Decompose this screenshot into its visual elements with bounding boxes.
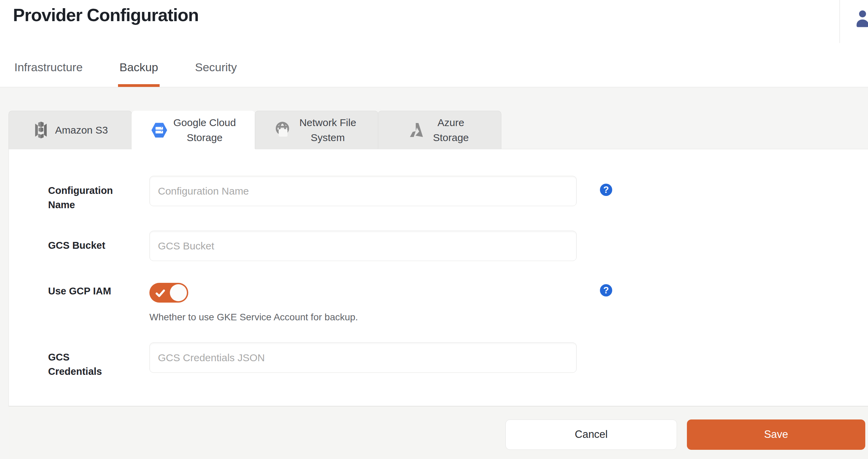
use-gcp-iam-label: Use GCP IAM (48, 280, 149, 298)
configuration-name-label: Configuration Name (48, 176, 149, 212)
provider-config-form: Configuration Name ? GCS Bucket Use GCP … (9, 149, 868, 406)
provider-tab-bar: Amazon S3 Google Cloud Storage (9, 111, 868, 149)
provider-tab-label: Amazon S3 (55, 123, 108, 138)
use-gcp-iam-toggle[interactable] (149, 283, 188, 303)
gcs-credentials-input[interactable] (149, 342, 577, 373)
form-row-configuration-name: Configuration Name ? (48, 176, 868, 212)
save-button[interactable]: Save (687, 419, 865, 450)
google-cloud-storage-icon (151, 122, 168, 139)
azure-storage-icon (408, 122, 425, 139)
tab-security[interactable]: Security (194, 61, 238, 87)
form-row-use-gcp-iam: Use GCP IAM Whether to use GKE Service A… (48, 280, 868, 323)
help-icon[interactable]: ? (600, 184, 612, 196)
form-footer: Cancel Save (9, 406, 868, 459)
page-title: Provider Configuration (13, 5, 198, 25)
provider-tab-label: Azure Storage (430, 115, 471, 145)
tab-backup[interactable]: Backup (118, 61, 159, 87)
gcs-bucket-label: GCS Bucket (48, 231, 149, 253)
form-row-gcs-credentials: GCS Credentials (48, 342, 868, 379)
configuration-name-input[interactable] (149, 176, 577, 206)
tab-infrastructure[interactable]: Infrastructure (13, 61, 84, 87)
cancel-button[interactable]: Cancel (505, 419, 677, 450)
toggle-knob (170, 284, 187, 301)
checkmark-icon (155, 288, 166, 299)
provider-tab-amazon-s3[interactable]: Amazon S3 (9, 111, 132, 149)
amazon-s3-icon (32, 122, 49, 139)
gcs-bucket-input[interactable] (149, 231, 577, 261)
network-file-system-icon (275, 122, 292, 139)
use-gcp-iam-description: Whether to use GKE Service Account for b… (149, 312, 577, 323)
provider-tab-network-file-system[interactable]: Network File System (255, 111, 378, 149)
user-icon[interactable] (853, 8, 868, 27)
provider-tab-label: Google Cloud Storage (173, 115, 236, 145)
provider-tab-azure-storage[interactable]: Azure Storage (378, 111, 501, 149)
page-header: Provider Configuration Infrastructure Ba… (0, 0, 868, 87)
header-divider (839, 0, 840, 43)
gcs-credentials-label: GCS Credentials (48, 342, 149, 379)
provider-tab-label: Network File System (297, 115, 358, 145)
form-row-gcs-bucket: GCS Bucket (48, 231, 868, 261)
provider-tab-google-cloud-storage[interactable]: Google Cloud Storage (132, 111, 255, 149)
help-icon[interactable]: ? (600, 284, 612, 296)
main-tab-bar: Infrastructure Backup Security (13, 61, 238, 87)
